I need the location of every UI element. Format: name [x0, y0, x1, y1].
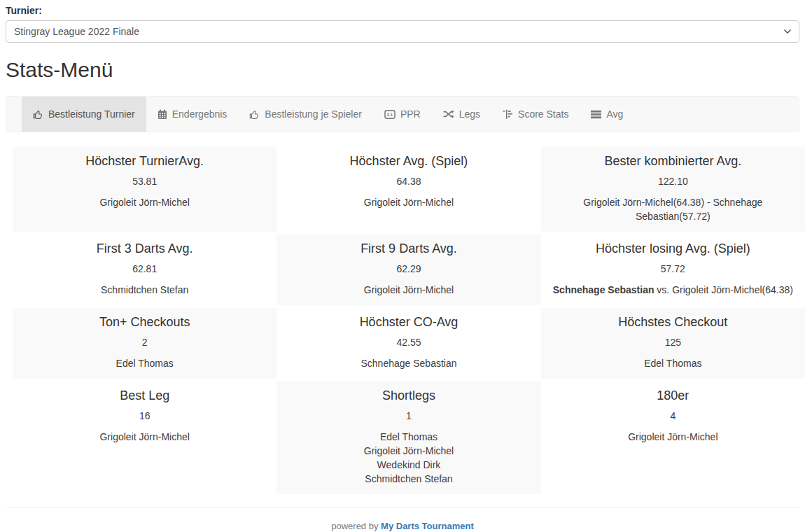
stat-title: Shortlegs	[286, 388, 531, 403]
ppr-badge-icon: 2.1	[384, 109, 396, 120]
winner-line: Grigoleit Jörn-Michel(64.38) - Schnehage…	[551, 195, 795, 223]
stats-grid: Höchster TurnierAvg.53.81Grigoleit Jörn-…	[13, 147, 805, 494]
tab-score-stats[interactable]: Score Stats	[491, 97, 580, 132]
stat-title: Bester kombinierter Avg.	[551, 153, 795, 169]
stat-winner: Grigoleit Jörn-Michel	[22, 430, 267, 444]
score-stats-icon	[503, 109, 513, 120]
stat-value: 2	[22, 335, 267, 349]
stat-card-first-9-darts-avg: First 9 Darts Avg.62.29Grigoleit Jörn-Mi…	[276, 234, 540, 305]
stat-card-180er: 180er4Grigoleit Jörn-Michel	[541, 382, 805, 494]
winner-line: Edel Thomas	[551, 356, 795, 370]
stat-title: 180er	[551, 388, 795, 403]
tournament-label: Turnier:	[6, 5, 799, 16]
winner-line: Grigoleit Jörn-Michel	[551, 430, 795, 444]
stat-winner: Schnehage Sebastian vs. Grigoleit Jörn-M…	[551, 283, 795, 297]
winner-line: Grigoleit Jörn-Michel	[22, 195, 267, 209]
calendar-icon	[158, 109, 167, 120]
stat-value: 62.81	[22, 262, 267, 276]
tab-label: PPR	[400, 108, 421, 120]
tab-avg[interactable]: Avg	[580, 97, 634, 132]
thumbs-up-icon	[249, 109, 260, 120]
winner-line: Grigoleit Jörn-Michel	[286, 195, 531, 209]
tab-label: Score Stats	[518, 108, 568, 120]
stat-value: 53.81	[22, 174, 267, 188]
tab-bestleistung-turnier[interactable]: Bestleistung Turnier	[22, 97, 146, 132]
bars-icon	[591, 110, 601, 119]
winner-line: Schnehage Sebastian	[286, 356, 531, 370]
stat-card-best-leg: Best Leg16Grigoleit Jörn-Michel	[13, 382, 276, 494]
stats-tab-bar: Bestleistung TurnierEndergebnisBestleist…	[6, 96, 799, 132]
stat-value: 64.38	[286, 174, 531, 188]
tab-ppr[interactable]: 2.1PPR	[373, 97, 432, 132]
tab-bestleistung-je-spieler[interactable]: Bestleistung je Spieler	[238, 97, 373, 132]
winner-line: Schmidtchen Stefan	[22, 283, 267, 297]
winner-line: Grigoleit Jörn-Michel	[286, 444, 531, 458]
stat-value: 57.72	[551, 262, 795, 276]
stat-card-shortlegs: Shortlegs1Edel ThomasGrigoleit Jörn-Mich…	[276, 382, 540, 494]
tab-label: Endergebnis	[172, 108, 227, 120]
stat-winner: Edel Thomas	[22, 356, 267, 370]
stat-winner: Grigoleit Jörn-Michel	[286, 283, 531, 297]
tab-label: Bestleistung je Spieler	[265, 108, 362, 120]
thumbs-up-icon	[33, 109, 43, 120]
stat-winner: Grigoleit Jörn-Michel	[286, 195, 531, 209]
stat-value: 16	[22, 409, 267, 423]
stat-title: Best Leg	[22, 388, 267, 403]
svg-text:2.1: 2.1	[387, 113, 393, 117]
stat-winner: Edel Thomas	[551, 356, 795, 370]
stat-card-ton-checkouts: Ton+ Checkouts2Edel Thomas	[13, 308, 276, 379]
stat-card-h-chstes-checkout: Höchstes Checkout125Edel Thomas	[541, 308, 805, 379]
stat-title: Höchster TurnierAvg.	[22, 153, 267, 169]
stat-winner: Grigoleit Jörn-Michel	[551, 430, 795, 444]
winner-line: Schmidtchen Stefan	[286, 472, 531, 486]
stat-title: Höchster losing Avg. (Spiel)	[551, 241, 795, 256]
stat-card-h-chster-co-avg: Höchster CO-Avg42.55Schnehage Sebastian	[276, 308, 540, 379]
winner-line: Edel Thomas	[22, 356, 267, 370]
stat-title: Höchstes Checkout	[551, 314, 795, 330]
page-title: Stats-Menü	[6, 58, 799, 82]
stat-value: 62.29	[286, 262, 531, 276]
stat-value: 122.10	[551, 174, 795, 188]
stat-value: 42.55	[286, 335, 531, 349]
tab-label: Legs	[459, 108, 480, 120]
powered-by-text: powered by	[331, 521, 378, 531]
stat-value: 1	[286, 409, 531, 423]
tab-label: Bestleistung Turnier	[48, 108, 135, 120]
winner-line: Schnehage Sebastian vs. Grigoleit Jörn-M…	[551, 283, 795, 297]
winner-line: Edel Thomas	[286, 430, 531, 444]
stat-title: Höchster Avg. (Spiel)	[286, 153, 531, 169]
stat-card-h-chster-turnieravg: Höchster TurnierAvg.53.81Grigoleit Jörn-…	[13, 147, 276, 232]
stat-card-h-chster-avg-spiel: Höchster Avg. (Spiel)64.38Grigoleit Jörn…	[276, 147, 540, 232]
my-darts-tournament-link[interactable]: My Darts Tournament	[381, 521, 474, 531]
page-container: Turnier: Stingray League 2022 Finale Sta…	[0, 0, 805, 532]
stat-value: 125	[551, 335, 795, 349]
winner-line: Grigoleit Jörn-Michel	[286, 283, 531, 297]
stat-title: Ton+ Checkouts	[22, 314, 267, 330]
footer: powered by My Darts Tournament	[6, 507, 799, 532]
stat-winner: Grigoleit Jörn-Michel	[22, 195, 267, 209]
tab-endergebnis[interactable]: Endergebnis	[146, 97, 239, 132]
stat-title: First 3 Darts Avg.	[22, 241, 267, 256]
stat-card-h-chster-losing-avg-spiel: Höchster losing Avg. (Spiel)57.72Schneha…	[541, 234, 805, 305]
winner-line: Wedekind Dirk	[286, 458, 531, 472]
stat-winner: Edel ThomasGrigoleit Jörn-MichelWedekind…	[286, 430, 531, 486]
stat-winner: Schmidtchen Stefan	[22, 283, 267, 297]
winner-line: Grigoleit Jörn-Michel	[22, 430, 267, 444]
stat-card-bester-kombinierter-avg: Bester kombinierter Avg.122.10Grigoleit …	[541, 147, 805, 232]
stat-title: First 9 Darts Avg.	[286, 241, 531, 256]
tab-legs[interactable]: Legs	[432, 97, 491, 132]
tournament-select[interactable]: Stingray League 2022 Finale	[6, 20, 799, 43]
stat-title: Höchster CO-Avg	[286, 314, 531, 330]
shuffle-icon	[443, 109, 454, 119]
tab-label: Avg	[606, 108, 623, 120]
tournament-select-wrap: Stingray League 2022 Finale	[6, 20, 799, 43]
stat-value: 4	[551, 409, 795, 423]
stat-winner: Schnehage Sebastian	[286, 356, 531, 370]
stat-card-first-3-darts-avg: First 3 Darts Avg.62.81Schmidtchen Stefa…	[13, 234, 276, 305]
stat-winner: Grigoleit Jörn-Michel(64.38) - Schnehage…	[551, 195, 795, 223]
